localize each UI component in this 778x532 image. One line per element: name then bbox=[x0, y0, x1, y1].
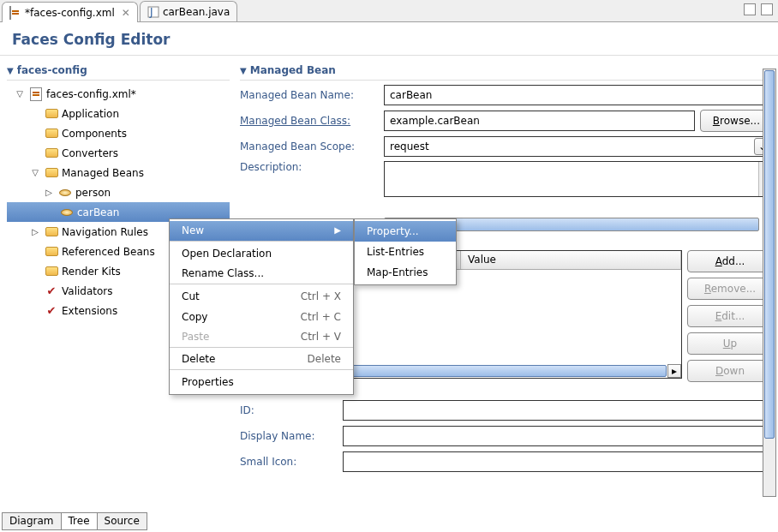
label-bean-class[interactable]: Managed Bean Class: bbox=[240, 115, 384, 127]
expand-icon[interactable]: ▷ bbox=[29, 227, 41, 236]
tab-faces-config[interactable]: *faces-config.xml ✕ bbox=[2, 2, 138, 22]
row-display-name: Display Name: bbox=[240, 425, 773, 447]
sub-list-entries[interactable]: List-Entries bbox=[355, 242, 456, 262]
textarea-description[interactable] bbox=[384, 161, 773, 197]
ctx-delete[interactable]: Delete Delete bbox=[170, 350, 353, 370]
context-menu: New ▶ Open Declaration Rename Class... C… bbox=[169, 218, 354, 395]
ctx-label: Delete bbox=[182, 353, 215, 365]
ctx-properties[interactable]: Properties bbox=[170, 372, 353, 392]
ctx-new[interactable]: New ▶ bbox=[170, 221, 353, 242]
tree-application[interactable]: ▷ Application bbox=[7, 104, 230, 123]
ctx-rename-class[interactable]: Rename Class... bbox=[170, 264, 353, 284]
tree-label: Navigation Rules bbox=[62, 226, 148, 238]
ctx-label: New bbox=[182, 224, 204, 236]
up-button[interactable]: Up bbox=[687, 332, 773, 355]
down-button[interactable]: Down bbox=[687, 360, 773, 382]
ctx-shortcut: Ctrl + X bbox=[301, 290, 341, 302]
java-file-icon: J bbox=[147, 6, 159, 18]
input-bean-name[interactable] bbox=[384, 85, 773, 105]
tree-label: Converters bbox=[62, 147, 118, 159]
tree-label: Components bbox=[62, 128, 127, 140]
row-small-icon: Small Icon: bbox=[240, 451, 773, 473]
folder-icon bbox=[45, 265, 58, 278]
row-description: Description: bbox=[240, 161, 773, 197]
tree-label: Render Kits bbox=[62, 266, 121, 278]
tab-label: *faces-config.xml bbox=[25, 7, 115, 19]
tree-label: Validators bbox=[62, 285, 113, 297]
folder-icon bbox=[45, 146, 58, 160]
add-button[interactable]: Add... bbox=[687, 250, 773, 272]
ctx-label: Property... bbox=[367, 225, 419, 237]
ctx-shortcut: Ctrl + C bbox=[301, 311, 341, 323]
select-bean-scope[interactable]: ⌄ bbox=[384, 136, 773, 157]
submenu-arrow-icon: ▶ bbox=[334, 225, 341, 235]
select-value[interactable] bbox=[384, 136, 773, 157]
editor-title: Faces Config Editor bbox=[0, 22, 778, 56]
xml-file-icon bbox=[29, 87, 43, 101]
col-value[interactable]: Value bbox=[461, 251, 681, 269]
context-submenu-new: Property... List-Entries Map-Entries bbox=[354, 218, 457, 285]
tab-source[interactable]: Source bbox=[97, 512, 147, 530]
tab-label: carBean.java bbox=[163, 6, 230, 18]
tab-controls bbox=[744, 3, 773, 15]
left-section-header[interactable]: ▼ faces-config bbox=[7, 61, 230, 81]
ctx-label: Properties bbox=[182, 376, 234, 388]
ctx-label: Copy bbox=[182, 311, 207, 323]
maximize-icon[interactable] bbox=[761, 3, 773, 15]
input-display-name[interactable] bbox=[343, 426, 773, 446]
ctx-label: Map-Entries bbox=[367, 266, 428, 278]
label-bean-scope: Managed Bean Scope: bbox=[240, 140, 384, 152]
tab-diagram[interactable]: Diagram bbox=[2, 512, 62, 530]
input-bean-class[interactable] bbox=[384, 111, 695, 131]
sub-map-entries[interactable]: Map-Entries bbox=[355, 262, 456, 283]
right-section-header[interactable]: ▼ Managed Bean bbox=[240, 61, 773, 81]
minimize-icon[interactable] bbox=[744, 3, 756, 15]
editor-tab-bar: *faces-config.xml ✕ J carBean.java bbox=[0, 0, 778, 22]
tree-label: Managed Beans bbox=[62, 167, 144, 179]
xml-file-icon bbox=[9, 7, 21, 19]
tree-components[interactable]: ▷ Components bbox=[7, 123, 230, 143]
tree-managed-beans[interactable]: ▽ Managed Beans bbox=[7, 163, 230, 182]
label-description: Description: bbox=[240, 161, 384, 173]
folder-icon bbox=[45, 127, 58, 140]
folder-icon bbox=[45, 245, 58, 259]
bean-icon bbox=[60, 206, 74, 219]
ctx-copy[interactable]: Copy Ctrl + C bbox=[170, 307, 353, 327]
folder-icon bbox=[45, 225, 58, 239]
remove-button[interactable]: Remove... bbox=[687, 278, 773, 300]
label-id: ID: bbox=[240, 404, 343, 416]
tree-person[interactable]: ▷ person bbox=[7, 182, 230, 202]
ctx-open-declaration[interactable]: Open Declaration bbox=[170, 243, 353, 264]
close-icon[interactable]: ✕ bbox=[122, 7, 130, 19]
expand-icon[interactable]: ▽ bbox=[14, 89, 26, 99]
check-icon: ✔ bbox=[45, 284, 58, 298]
ctx-shortcut: Ctrl + V bbox=[301, 331, 341, 343]
tree-converters[interactable]: ▷ Converters bbox=[7, 143, 230, 163]
sub-property[interactable]: Property... bbox=[355, 221, 456, 242]
twisty-icon: ▼ bbox=[240, 66, 247, 75]
tree-root[interactable]: ▽ faces-config.xml* bbox=[7, 84, 230, 104]
input-id[interactable] bbox=[343, 400, 773, 421]
bean-icon bbox=[58, 186, 72, 200]
row-id: ID: bbox=[240, 399, 773, 421]
tab-carbean-java[interactable]: J carBean.java bbox=[140, 1, 237, 21]
input-small-icon[interactable] bbox=[343, 451, 773, 472]
ctx-paste: Paste Ctrl + V bbox=[170, 327, 353, 348]
twisty-icon: ▼ bbox=[7, 66, 14, 75]
row-bean-class: Managed Bean Class: Browse... bbox=[240, 110, 773, 132]
tab-tree[interactable]: Tree bbox=[61, 512, 98, 530]
folder-icon bbox=[45, 107, 58, 121]
ctx-label: Paste bbox=[182, 331, 209, 343]
ctx-cut[interactable]: Cut Ctrl + X bbox=[170, 286, 353, 307]
scrollbar-thumb[interactable] bbox=[764, 70, 775, 439]
edit-button[interactable]: Edit... bbox=[687, 305, 773, 327]
scrollbar-vertical[interactable] bbox=[763, 69, 776, 497]
row-bean-name: Managed Bean Name: bbox=[240, 84, 773, 106]
check-icon: ✔ bbox=[45, 304, 58, 318]
properties-buttons: Add... Remove... Edit... Up Down bbox=[687, 250, 773, 382]
svg-text:J: J bbox=[149, 6, 153, 18]
expand-icon[interactable]: ▽ bbox=[29, 168, 41, 177]
label-bean-name: Managed Bean Name: bbox=[240, 89, 384, 101]
tree-label: Application bbox=[62, 108, 119, 120]
expand-icon[interactable]: ▷ bbox=[43, 188, 55, 197]
